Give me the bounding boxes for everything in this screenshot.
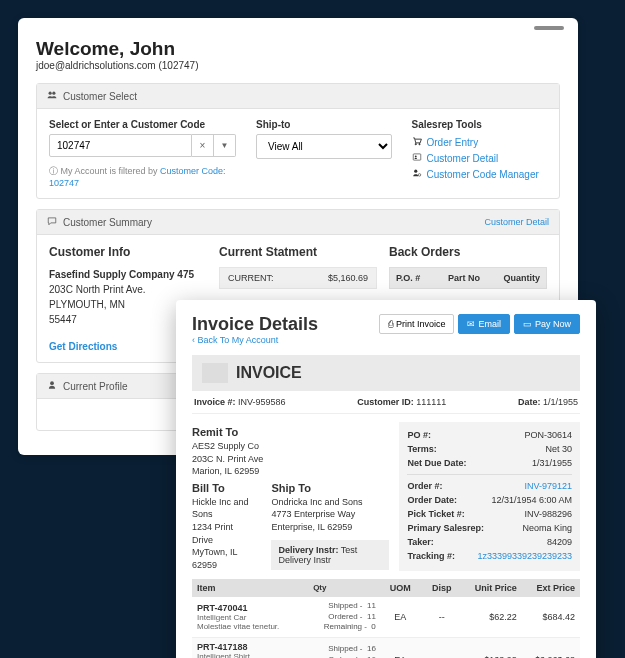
- item-unit: $128.98: [464, 651, 522, 658]
- item-desc: Molestiae vitae tenetur.: [197, 622, 303, 631]
- print-icon: ⎙: [388, 319, 393, 329]
- chat-icon: [47, 216, 57, 228]
- shipto-label: Ship-to: [256, 119, 392, 130]
- svg-point-7: [418, 174, 421, 177]
- remit-street: 203C N. Print Ave: [192, 454, 263, 464]
- welcome-heading: Welcome, John: [36, 38, 560, 60]
- col-disp: Disp: [420, 579, 464, 597]
- pick-ticket: INV-988296: [524, 509, 572, 519]
- remit-name: AES2 Supply Co: [192, 441, 259, 451]
- statement-row: CURRENT: $5,160.69: [219, 267, 377, 289]
- bill-city: MyTown, IL 62959: [192, 547, 237, 570]
- items-header: Item Qty UOM Disp Unit Price Ext Price: [192, 579, 580, 597]
- line-item: PRT-417188Intelligent ShirtLaborum incid…: [192, 638, 580, 658]
- remit-title: Remit To: [192, 426, 389, 438]
- summary-header: Customer Summary Customer Detail: [37, 210, 559, 235]
- item-name: Intelligent Shirt: [197, 652, 303, 658]
- invoice-panel: Invoice Details ‹ Back To My Account ⎙ P…: [176, 300, 596, 658]
- line-item: PRT-470041Intelligent CarMolestiae vitae…: [192, 597, 580, 637]
- item-qty: Shipped - 16Ordered - 16Remaining - 0: [308, 640, 381, 658]
- item-disp: --: [420, 608, 464, 626]
- customer-code-input[interactable]: [49, 134, 192, 157]
- col-qty: Quantity: [494, 268, 546, 288]
- bill-name: Hickle Inc and Sons: [192, 497, 249, 520]
- people-icon: [47, 90, 57, 102]
- col-po: P.O. #: [390, 268, 442, 288]
- item-disp: --: [420, 651, 464, 658]
- code-label: Select or Enter a Customer Code: [49, 119, 236, 130]
- invoice-doc-header: INVOICE: [192, 355, 580, 391]
- card-icon: ▭: [523, 319, 532, 329]
- tool-code-manager[interactable]: Customer Code Manager: [412, 166, 548, 182]
- remit-city: Marion, IL 62959: [192, 466, 259, 476]
- card-title: Customer Summary: [63, 217, 152, 228]
- due-date: 1/31/1955: [532, 458, 572, 468]
- item-uom: EA: [381, 608, 420, 626]
- invoice-number: INV-959586: [238, 397, 286, 407]
- zip: 55447: [49, 314, 77, 325]
- person-gear-icon: [412, 168, 422, 180]
- item-name: Intelligent Car: [197, 613, 303, 622]
- ship-street: 4773 Enterprise Way: [271, 509, 355, 519]
- info-icon: ⓘ: [49, 166, 61, 176]
- ship-name: Ondricka Inc and Sons: [271, 497, 362, 507]
- col-ext: Ext Price: [522, 579, 580, 597]
- item-sku: PRT-470041: [197, 603, 303, 613]
- tools-title: Salesrep Tools: [412, 119, 548, 130]
- svg-point-3: [418, 144, 419, 145]
- svg-rect-4: [413, 154, 421, 160]
- clear-icon[interactable]: ×: [192, 134, 214, 157]
- invoice-sidebar: PO #:PON-30614 Terms:Net 30 Net Due Date…: [399, 422, 580, 571]
- customer-select-card: Customer Select Select or Enter a Custom…: [36, 83, 560, 199]
- invoice-logo-placeholder: [202, 363, 228, 383]
- email-icon: ✉: [467, 319, 475, 329]
- card-title: Customer Select: [63, 91, 137, 102]
- delivery-instr: Delivery Instr: Test Delivery Instr: [271, 540, 389, 570]
- item-qty: Shipped - 11Ordered - 11Remaining - 0: [308, 597, 381, 636]
- pay-button[interactable]: ▭ Pay Now: [514, 314, 580, 334]
- dropdown-caret-icon[interactable]: ▼: [214, 134, 236, 157]
- drag-handle[interactable]: [534, 26, 564, 30]
- tool-order-entry[interactable]: Order Entry: [412, 134, 548, 150]
- card-title: Current Profile: [63, 381, 127, 392]
- statement-title: Current Statment: [219, 245, 377, 259]
- backorders-title: Back Orders: [389, 245, 547, 259]
- city: PLYMOUTH, MN: [49, 299, 125, 310]
- doc-label: INVOICE: [236, 364, 302, 382]
- col-unit: Unit Price: [464, 579, 522, 597]
- item-unit: $62.22: [464, 608, 522, 626]
- svg-point-8: [50, 381, 54, 385]
- person-icon: [47, 380, 57, 392]
- statement-label: CURRENT:: [228, 273, 274, 283]
- back-link[interactable]: ‹ Back To My Account: [192, 335, 580, 345]
- print-button[interactable]: ⎙ Print Invoice: [379, 314, 455, 334]
- col-uom: UOM: [381, 579, 420, 597]
- ship-title: Ship To: [271, 482, 389, 494]
- statement-amount: $5,160.69: [328, 273, 368, 283]
- customer-id: 111111: [416, 397, 446, 407]
- bill-street: 1234 Print Drive: [192, 522, 233, 545]
- customer-detail-link[interactable]: Customer Detail: [484, 217, 549, 227]
- salesrep: Neoma King: [522, 523, 572, 533]
- col-qty: Qty: [308, 579, 381, 597]
- invoice-meta: Invoice #: INV-959586 Customer ID: 11111…: [192, 391, 580, 414]
- item-ext: $2,063.68: [522, 651, 580, 658]
- item-uom: EA: [381, 651, 420, 658]
- tracking-link[interactable]: 1z33399339239239233: [477, 551, 572, 561]
- cart-icon: [412, 136, 422, 148]
- tool-customer-detail[interactable]: Customer Detail: [412, 150, 548, 166]
- invoice-date: 1/1/1955: [543, 397, 578, 407]
- street: 203C North Print Ave.: [49, 284, 146, 295]
- bill-title: Bill To: [192, 482, 255, 494]
- taker: 84209: [547, 537, 572, 547]
- col-item: Item: [192, 579, 308, 597]
- order-link[interactable]: INV-979121: [524, 481, 572, 491]
- email-button[interactable]: ✉ Email: [458, 314, 510, 334]
- ship-city: Enterprise, IL 62959: [271, 522, 352, 532]
- svg-point-1: [52, 92, 55, 95]
- filter-note: ⓘ My Account is filtered by Customer Cod…: [49, 165, 236, 188]
- terms: Net 30: [545, 444, 572, 454]
- customer-select-header: Customer Select: [37, 84, 559, 109]
- shipto-select[interactable]: View All: [256, 134, 392, 159]
- item-sku: PRT-417188: [197, 642, 303, 652]
